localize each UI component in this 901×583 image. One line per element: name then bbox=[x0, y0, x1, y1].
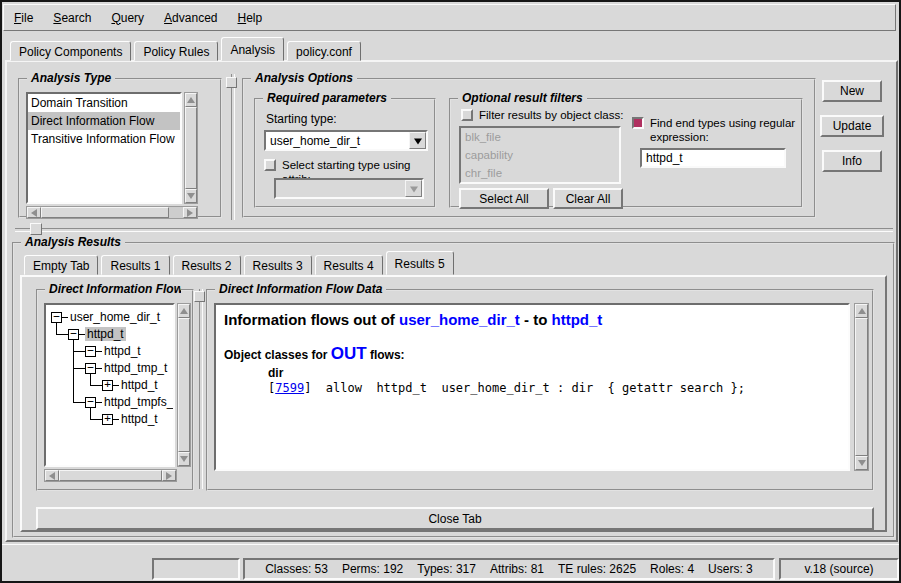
results-tab-results-1[interactable]: Results 1 bbox=[101, 255, 169, 275]
scroll-left-icon[interactable] bbox=[45, 470, 59, 481]
tree-node-label[interactable]: httpd_t bbox=[119, 378, 160, 392]
attrib-checkbox[interactable] bbox=[264, 159, 276, 171]
tree-node-label[interactable]: httpd_t bbox=[102, 344, 143, 358]
scroll-right-icon[interactable] bbox=[183, 207, 197, 218]
object-class-list: blk_filecapabilitychr_file bbox=[459, 126, 621, 184]
analysis-results-title: Analysis Results bbox=[21, 235, 125, 249]
sash-handle[interactable] bbox=[226, 77, 237, 88]
collapse-box-icon[interactable]: − bbox=[85, 346, 96, 357]
sash-handle[interactable] bbox=[30, 223, 42, 235]
menu-help[interactable]: Help bbox=[237, 11, 262, 25]
tab-analysis[interactable]: Analysis bbox=[221, 37, 284, 61]
status-stat-types: Types: 317 bbox=[417, 562, 476, 576]
data-vscrollbar[interactable] bbox=[854, 303, 869, 471]
dropdown-arrow-icon[interactable] bbox=[409, 132, 426, 149]
results-tab-empty-tab[interactable]: Empty Tab bbox=[24, 255, 98, 275]
scroll-down-icon[interactable] bbox=[185, 189, 197, 203]
filter-by-object-class-checkbox[interactable] bbox=[461, 109, 473, 121]
tree-node-label[interactable]: httpd_t bbox=[119, 412, 160, 426]
expand-box-icon[interactable]: + bbox=[102, 380, 113, 391]
collapse-box-icon[interactable]: − bbox=[85, 397, 96, 408]
pane-divider bbox=[199, 289, 203, 489]
scrollbar-thumb[interactable] bbox=[178, 318, 190, 452]
scrollbar-thumb[interactable] bbox=[855, 318, 868, 456]
flow-tree-group: Direct Information Flow Tree −user_home_… bbox=[36, 289, 194, 491]
update-button[interactable]: Update bbox=[820, 115, 884, 137]
menu-query[interactable]: Query bbox=[111, 11, 144, 25]
scroll-down-icon[interactable] bbox=[855, 456, 868, 470]
tree-node-label[interactable]: user_home_dir_t bbox=[68, 310, 162, 324]
regex-checkbox[interactable] bbox=[632, 117, 644, 129]
tree-node[interactable]: +httpd_t bbox=[46, 411, 173, 428]
expand-box-icon[interactable]: + bbox=[102, 414, 113, 425]
flow-tree-box[interactable]: −user_home_dir_t−httpd_t−httpd_t−httpd_t… bbox=[44, 303, 175, 467]
analysis-type-item-transitive-information-flow[interactable]: Transitive Information Flow bbox=[28, 130, 180, 148]
filter-checkbox-row[interactable]: Filter results by object class: bbox=[461, 108, 623, 122]
new-button[interactable]: New bbox=[822, 80, 882, 102]
tree-node[interactable]: −httpd_tmp_t bbox=[46, 360, 173, 377]
menu-advanced[interactable]: Advanced bbox=[164, 11, 217, 25]
optional-result-filters-title: Optional result filters bbox=[458, 91, 587, 105]
tab-policy-components[interactable]: Policy Components bbox=[10, 41, 131, 61]
flow-data-textarea[interactable]: Information flows out of user_home_dir_t… bbox=[214, 303, 850, 471]
flow-data-title: Direct Information Flow Data bbox=[215, 282, 386, 296]
tree-node[interactable]: −httpd_tmpfs_t bbox=[46, 394, 173, 411]
info-button[interactable]: Info bbox=[822, 150, 882, 172]
scroll-up-icon[interactable] bbox=[178, 304, 190, 318]
analysis-results-group: Analysis Results Empty TabResults 1Resul… bbox=[12, 242, 895, 538]
scrollbar-thumb[interactable] bbox=[185, 107, 197, 189]
select-all-button[interactable]: Select All bbox=[459, 188, 549, 209]
analysis-tab-page: Analysis Type Domain TransitionDirect In… bbox=[5, 60, 898, 542]
clear-all-button[interactable]: Clear All bbox=[553, 188, 623, 209]
results-tab-results-2[interactable]: Results 2 bbox=[173, 255, 241, 275]
analysis-type-group: Analysis Type Domain TransitionDirect In… bbox=[18, 78, 222, 218]
flow-subheading: Object classes for OUT flows: bbox=[224, 344, 840, 364]
object-class-item-chr-file: chr_file bbox=[461, 164, 619, 182]
analysis-type-list[interactable]: Domain TransitionDirect Information Flow… bbox=[26, 92, 182, 204]
tree-node[interactable]: −httpd_t bbox=[46, 326, 173, 343]
tree-node-label[interactable]: httpd_tmpfs_t bbox=[102, 395, 175, 409]
tree-vscrollbar[interactable] bbox=[177, 303, 191, 467]
starting-type-combobox[interactable]: user_home_dir_t bbox=[264, 130, 428, 151]
tree-node[interactable]: −user_home_dir_t bbox=[46, 309, 173, 326]
results-tab-results-3[interactable]: Results 3 bbox=[244, 255, 312, 275]
scroll-left-icon[interactable] bbox=[27, 207, 41, 218]
starting-type-label: Starting type: bbox=[266, 112, 337, 126]
collapse-box-icon[interactable]: − bbox=[51, 312, 62, 323]
analysis-type-item-direct-information-flow[interactable]: Direct Information Flow bbox=[28, 112, 180, 130]
rule-id-link[interactable]: 7599 bbox=[275, 381, 304, 395]
analysis-type-hscrollbar[interactable] bbox=[26, 206, 198, 219]
scrollbar-thumb[interactable] bbox=[59, 470, 162, 481]
results-tab-results-5[interactable]: Results 5 bbox=[386, 251, 454, 275]
tree-node-label[interactable]: httpd_tmp_t bbox=[102, 361, 169, 375]
analysis-type-item-domain-transition[interactable]: Domain Transition bbox=[28, 94, 180, 112]
status-stat-classes: Classes: 53 bbox=[265, 562, 328, 576]
regex-checkbox-row[interactable]: Find end types using regular expression: bbox=[632, 116, 795, 144]
collapse-box-icon[interactable]: − bbox=[85, 363, 96, 374]
collapse-box-icon[interactable]: − bbox=[68, 329, 79, 340]
status-stats-segment: Classes: 53Perms: 192Types: 317Attribs: … bbox=[243, 558, 775, 580]
results-tab-results-4[interactable]: Results 4 bbox=[315, 255, 383, 275]
tree-node[interactable]: +httpd_t bbox=[46, 377, 173, 394]
close-tab-button[interactable]: Close Tab bbox=[36, 507, 874, 530]
tab-policy-rules[interactable]: Policy Rules bbox=[134, 41, 218, 61]
regex-input[interactable] bbox=[640, 148, 786, 168]
object-class-item-blk-file: blk_file bbox=[461, 128, 619, 146]
results-tab-bar: Empty TabResults 1Results 2Results 3Resu… bbox=[24, 252, 457, 275]
scroll-up-icon[interactable] bbox=[855, 304, 868, 318]
menu-search[interactable]: Search bbox=[53, 11, 91, 25]
analysis-type-vscrollbar[interactable] bbox=[184, 92, 198, 204]
sash-handle[interactable] bbox=[194, 291, 205, 302]
flow-data-group: Direct Information Flow Data Information… bbox=[206, 289, 874, 491]
tab-policy-conf[interactable]: policy.conf bbox=[287, 41, 361, 61]
tree-node-label[interactable]: httpd_t bbox=[85, 327, 126, 341]
tree-hscrollbar[interactable] bbox=[44, 469, 177, 482]
scroll-up-icon[interactable] bbox=[185, 93, 197, 107]
scroll-right-icon[interactable] bbox=[162, 470, 176, 481]
scroll-down-icon[interactable] bbox=[178, 452, 190, 466]
status-empty-segment bbox=[152, 558, 240, 580]
status-stat-users: Users: 3 bbox=[708, 562, 753, 576]
menu-file[interactable]: File bbox=[14, 11, 33, 25]
scrollbar-thumb[interactable] bbox=[41, 207, 169, 218]
tree-node[interactable]: −httpd_t bbox=[46, 343, 173, 360]
